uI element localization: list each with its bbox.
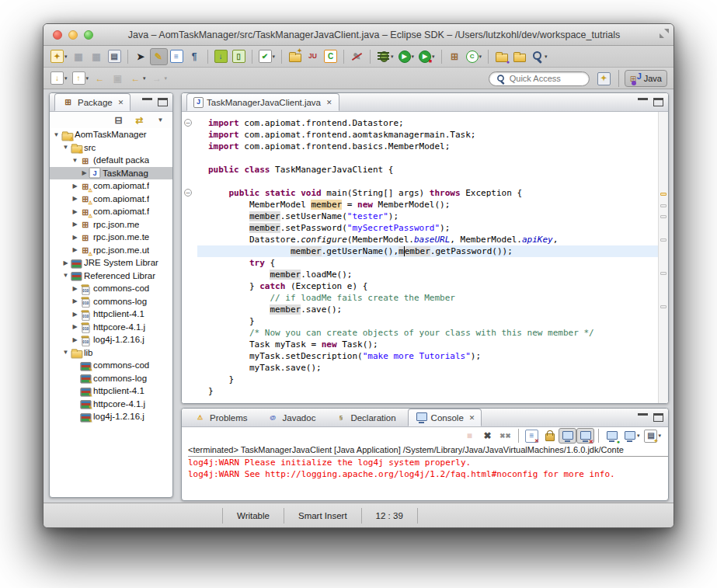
code-line[interactable]: member.loadMe(); bbox=[197, 269, 658, 280]
expand-arrow-icon[interactable]: ▶ bbox=[71, 323, 79, 330]
new-wizard-folder-button[interactable]: ✦ bbox=[286, 48, 304, 65]
tree-item--default-packa[interactable]: ▼⊞(default packa bbox=[50, 154, 172, 167]
quick-access-input[interactable] bbox=[510, 74, 587, 83]
expand-arrow-icon[interactable]: ▶ bbox=[80, 169, 89, 176]
code-line[interactable]: Task myTask = new Task(); bbox=[197, 339, 658, 350]
show-selected-element-button[interactable]: ➤ bbox=[132, 48, 150, 65]
expand-arrow-icon[interactable]: ▶ bbox=[71, 208, 79, 215]
tree-item-httpcore-4-1-j[interactable]: ✎httpcore-4.1.j bbox=[50, 398, 172, 411]
expand-arrow-icon[interactable]: ▶ bbox=[71, 183, 79, 190]
collapse-arrow-icon[interactable]: ▼ bbox=[52, 131, 61, 138]
show-stdout-button[interactable] bbox=[559, 428, 576, 444]
code-line[interactable]: } bbox=[197, 315, 658, 327]
expand-arrow-icon[interactable]: ▶ bbox=[71, 234, 79, 241]
save-button[interactable]: ▦ bbox=[70, 48, 88, 65]
tree-item-commons-log[interactable]: ✎commons-log bbox=[50, 372, 172, 385]
new-android-project-button[interactable]: C bbox=[322, 48, 339, 65]
annotation-marker[interactable] bbox=[660, 238, 667, 242]
search-button[interactable]: ▾ bbox=[528, 48, 550, 65]
show-whitespace-button[interactable]: ¶ bbox=[186, 48, 204, 65]
tab-problems[interactable]: ⚠Problems bbox=[186, 409, 255, 426]
tree-item-commons-cod[interactable]: ▶commons-cod bbox=[50, 282, 172, 295]
tab-editor-file[interactable]: J TaskManagerJavaClient.java ✕ bbox=[186, 93, 339, 111]
collapse-arrow-icon[interactable]: ▼ bbox=[71, 157, 79, 164]
next-annotation-button[interactable]: ↓▾ bbox=[48, 70, 70, 87]
close-icon[interactable]: ✕ bbox=[326, 99, 332, 106]
code-line[interactable]: myTask.save(); bbox=[197, 362, 658, 374]
display-console-button[interactable]: ▾ bbox=[621, 428, 642, 444]
tree-item-com-apiomat-f[interactable]: ▶⊞⚠com.apiomat.f bbox=[50, 193, 172, 206]
tree-item-taskmanag[interactable]: ▶JTaskManag bbox=[50, 167, 172, 180]
expand-arrow-icon[interactable]: ▶ bbox=[71, 297, 79, 304]
code-line[interactable]: MemberModel member = new MemberModel(); bbox=[197, 199, 658, 210]
forward-button[interactable]: →▾ bbox=[148, 70, 170, 87]
code-line[interactable]: member.save(); bbox=[197, 304, 658, 315]
tab-console[interactable]: Console✕ bbox=[408, 409, 482, 426]
new-class-button[interactable]: C▾ bbox=[464, 48, 485, 65]
annotation-marker[interactable] bbox=[660, 305, 667, 308]
code-line-current[interactable]: member.getUserName(),member.getPassword(… bbox=[197, 245, 658, 257]
remove-all-terminated-button[interactable]: ✖✖ bbox=[496, 428, 514, 444]
minimize-view-button[interactable] bbox=[142, 98, 152, 106]
tree-item-commons-log[interactable]: ▶commons-log bbox=[50, 295, 172, 308]
annotation-marker[interactable] bbox=[660, 215, 667, 218]
zoom-window-button[interactable] bbox=[84, 30, 93, 40]
overview-ruler[interactable] bbox=[658, 112, 668, 403]
junit-button[interactable]: JU bbox=[304, 48, 322, 65]
code-line[interactable]: } bbox=[197, 385, 658, 397]
tab-javadoc[interactable]: @Javadoc bbox=[259, 409, 323, 426]
tree-item-httpclient-4-1[interactable]: ✎httpclient-4.1 bbox=[50, 384, 172, 398]
tree-item-log4j-1-2-16-j[interactable]: ▶log4j-1.2.16.j bbox=[50, 333, 172, 346]
tree-item-referenced-librar[interactable]: ▼Referenced Librar bbox=[50, 270, 172, 283]
resize-grip-icon[interactable] bbox=[659, 28, 670, 39]
format-element-button[interactable]: ≡ bbox=[168, 48, 186, 65]
show-stderr-button[interactable]: ✕ bbox=[576, 428, 594, 444]
tab-declaration[interactable]: §Declaration bbox=[327, 409, 402, 426]
expand-arrow-icon[interactable]: ▶ bbox=[71, 195, 79, 202]
run-external-tools-button[interactable]: ▶■▾ bbox=[416, 48, 437, 65]
close-icon[interactable]: ✕ bbox=[118, 99, 124, 106]
minimize-view-button[interactable] bbox=[638, 413, 648, 422]
tree-item-httpclient-4-1[interactable]: ▶httpclient-4.1 bbox=[50, 308, 172, 321]
collapse-arrow-icon[interactable]: ▼ bbox=[61, 144, 70, 151]
tree-item-lib[interactable]: ▼lib bbox=[50, 346, 172, 360]
tree-item-commons-cod[interactable]: ✎commons-cod bbox=[50, 359, 172, 372]
tree-item-src[interactable]: ▼⚠src bbox=[50, 141, 172, 155]
validate-button[interactable]: ✔▾ bbox=[256, 48, 278, 65]
code-line[interactable]: try { bbox=[197, 257, 658, 269]
code-line[interactable]: } catch (Exception e) { bbox=[197, 280, 658, 292]
console-output[interactable]: <terminated> TaskManagerJavaClient [Java… bbox=[182, 444, 668, 480]
code-line[interactable] bbox=[197, 152, 658, 164]
tab-package-explorer[interactable]: ⊞ Package ✕ bbox=[54, 93, 131, 111]
close-window-button[interactable] bbox=[53, 30, 62, 40]
view-menu-button[interactable]: ▼ bbox=[151, 112, 169, 129]
tree-item-httpcore-4-1-j[interactable]: ▶httpcore-4.1.j bbox=[50, 321, 172, 334]
pin-console-button[interactable]: ● bbox=[603, 428, 621, 444]
code-line[interactable]: member.setPassword("mySecretPassword"); bbox=[197, 222, 658, 234]
code-line[interactable]: myTask.setDescription("make more Tutoria… bbox=[197, 350, 658, 362]
open-console-button[interactable]: ▤✦▾ bbox=[642, 428, 663, 444]
collapse-arrow-icon[interactable]: ▼ bbox=[61, 272, 70, 279]
open-perspective-button[interactable]: ✦ bbox=[595, 70, 613, 87]
minimize-window-button[interactable] bbox=[68, 30, 78, 40]
close-icon[interactable]: ✕ bbox=[469, 414, 475, 422]
maximize-view-button[interactable] bbox=[158, 98, 168, 106]
code-line[interactable]: Datastore.configure(MemberModel.baseURL,… bbox=[197, 234, 658, 245]
code-line[interactable]: import com.apiomat.frontend.basics.Membe… bbox=[197, 141, 658, 152]
editor-code-area[interactable]: –import com.apiomat.frontend.Datastore;i… bbox=[182, 112, 658, 403]
occurrence-marker[interactable] bbox=[660, 193, 667, 196]
new-package-button[interactable]: ⊞ bbox=[446, 48, 464, 65]
code-line[interactable]: – public static void main(String[] args)… bbox=[197, 187, 658, 199]
scroll-lock-button[interactable] bbox=[541, 428, 559, 444]
back-button[interactable]: ←▾ bbox=[127, 70, 148, 87]
tree-item-rpc-json-me-ut[interactable]: ▶⊞⚠rpc.json.me.ut bbox=[50, 244, 172, 257]
run-button[interactable]: ▶▾ bbox=[396, 48, 417, 65]
fold-collapse-icon[interactable]: – bbox=[184, 119, 192, 127]
previous-annotation-button[interactable]: ↑▾ bbox=[70, 70, 92, 87]
expand-arrow-icon[interactable]: ▶ bbox=[71, 221, 79, 228]
code-line[interactable]: } bbox=[197, 374, 658, 385]
collapse-all-button[interactable]: ⊟ bbox=[110, 112, 127, 129]
android-device-manager-button[interactable]: ▯ bbox=[230, 48, 248, 65]
tree-item-com-apiomat-f[interactable]: ▶⊞⚠com.apiomat.f bbox=[50, 179, 172, 193]
tree-item-log4j-1-2-16-j[interactable]: ✎log4j-1.2.16.j bbox=[50, 410, 172, 423]
